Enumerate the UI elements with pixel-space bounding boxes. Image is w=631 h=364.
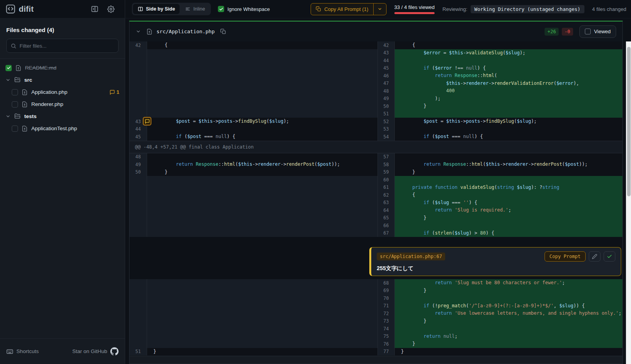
file-viewed-checkbox[interactable] xyxy=(12,126,18,132)
line-number-gutter xyxy=(129,87,147,95)
diff-row: 50 } xyxy=(129,102,622,110)
diff-row: 51}77} xyxy=(129,348,622,356)
file-filter xyxy=(6,39,119,53)
comment-bubble-icon xyxy=(145,119,150,124)
line-number-gutter: 73 xyxy=(378,317,395,325)
line-number-gutter: 69 xyxy=(378,287,395,295)
reviewing-status: Reviewing: Working Directory (unstaged c… xyxy=(442,5,584,13)
scrollbar-thumb[interactable] xyxy=(627,47,631,196)
code-line xyxy=(147,110,378,118)
diff-cell-right: 57 xyxy=(378,153,622,161)
tree-folder-src[interactable]: src xyxy=(0,74,125,86)
file-viewed-checkbox[interactable] xyxy=(12,101,18,108)
diff-cell-left xyxy=(129,279,378,287)
diff-row: 42 {42 { xyxy=(129,41,622,49)
line-number-gutter: 70 xyxy=(378,294,395,302)
vertical-scrollbar[interactable] xyxy=(626,41,631,364)
diff-cell-left xyxy=(129,294,378,302)
top-bar-main: Side by Side Inline Ignore Whitespace xyxy=(125,3,631,15)
side-by-side-toggle[interactable]: Side by Side xyxy=(133,4,180,14)
line-number-gutter xyxy=(129,184,147,192)
copy-all-prompt-dropdown[interactable] xyxy=(373,4,386,15)
line-number-gutter: 68 xyxy=(378,279,395,287)
code-line: } xyxy=(395,317,622,325)
line-number: 44 xyxy=(135,126,141,132)
line-number-gutter: 48 xyxy=(378,87,395,95)
line-number-gutter: 45 xyxy=(378,65,395,72)
viewed-toggle-button[interactable]: Viewed xyxy=(579,25,616,38)
edit-comment-button[interactable] xyxy=(589,251,600,262)
ignore-whitespace-checkbox[interactable]: Ignore Whitespace xyxy=(218,6,270,12)
checkbox-checked-icon xyxy=(218,6,224,12)
diff-cell-right: 45 if ($error !== null) { xyxy=(378,65,622,72)
resolve-comment-button[interactable] xyxy=(604,251,615,262)
diff-cell-right: 47 $this->renderer->renderValidationErro… xyxy=(378,80,622,88)
line-number: 43 xyxy=(383,50,389,56)
line-number-gutter xyxy=(129,287,147,295)
code-line: } xyxy=(395,287,622,295)
settings-button[interactable] xyxy=(106,4,116,14)
inline-toggle[interactable]: Inline xyxy=(180,4,210,14)
copy-all-prompt-button[interactable]: Copy All Prompt (1) xyxy=(311,4,373,15)
line-number-gutter: 52 xyxy=(378,118,395,126)
line-number-gutter xyxy=(129,279,147,287)
tree-file-application-php[interactable]: Application.php1 xyxy=(0,86,125,98)
code-line xyxy=(147,191,378,199)
line-number: 50 xyxy=(135,169,141,175)
collapse-sidebar-button[interactable] xyxy=(89,4,100,14)
diff-cell-left: 50 } xyxy=(129,169,378,176)
code-line: return null; xyxy=(395,333,622,341)
diff-cell-left: 48 xyxy=(129,153,378,161)
line-number: 74 xyxy=(383,326,389,332)
star-on-github-link[interactable]: Star on GitHub xyxy=(72,347,119,355)
diff-cell-left xyxy=(129,72,378,80)
top-bar-left: difit xyxy=(0,0,125,18)
file-viewed-checkbox[interactable] xyxy=(12,89,18,95)
line-comment-button[interactable] xyxy=(143,117,151,126)
tree-folder-tests[interactable]: tests xyxy=(0,110,125,122)
line-number-gutter: 43 xyxy=(378,49,395,57)
code-line: } xyxy=(147,169,378,176)
diff-cell-right: 67 if (strlen($slug) > 80) { xyxy=(378,230,622,237)
folder-name: src xyxy=(24,77,32,83)
diff-cell-right: 66 xyxy=(378,222,622,230)
diff-row: 74 xyxy=(129,325,622,333)
diff-cell-left xyxy=(129,317,378,325)
tree-file-applicationtest-php[interactable]: ApplicationTest.php xyxy=(0,122,125,134)
file-comment-count-badge: 1 xyxy=(110,89,119,95)
line-number: 44 xyxy=(383,58,389,63)
diff-cell-left xyxy=(129,325,378,333)
code-line xyxy=(147,230,378,237)
copy-prompt-button[interactable]: Copy Prompt xyxy=(545,251,586,262)
line-number-gutter: 54 xyxy=(378,133,395,141)
code-line: $error = $this->validateSlug($slug); xyxy=(395,49,622,57)
file-viewed-checkbox[interactable] xyxy=(5,65,12,71)
collapse-file-button[interactable] xyxy=(134,27,142,36)
line-number-gutter: 46 xyxy=(378,72,395,80)
keyboard-icon xyxy=(6,348,13,355)
diff-cell-right: 72 return 'Use lowercase letters, number… xyxy=(378,310,622,317)
diff-cell-left xyxy=(129,102,378,110)
shortcuts-button[interactable]: Shortcuts xyxy=(6,348,39,355)
diff-cell-left xyxy=(129,57,378,65)
file-tree: README.mdsrcApplication.php1Renderer.php… xyxy=(0,58,125,338)
code-line xyxy=(147,199,378,207)
filter-files-input[interactable] xyxy=(20,43,114,49)
top-bar-right: Copy All Prompt (1) 33 / 4 files viewed … xyxy=(311,3,631,15)
line-number-gutter xyxy=(129,95,147,103)
diff-row: 68 return 'Slug must be 80 characters or… xyxy=(129,279,622,287)
line-number: 63 xyxy=(383,200,389,205)
line-number: 65 xyxy=(383,215,389,221)
top-bar-icon-group xyxy=(89,4,116,14)
diff-row: 45 if ($post === null) {54 if ($post ===… xyxy=(129,133,622,141)
code-line xyxy=(395,153,622,161)
diff-row: 47 $this->renderer->renderValidationErro… xyxy=(129,80,622,88)
copy-path-button[interactable] xyxy=(219,27,228,36)
code-line xyxy=(147,102,378,110)
diff-row: 66 xyxy=(129,222,622,230)
tree-file-renderer-php[interactable]: Renderer.php xyxy=(0,98,125,110)
code-line: private function validateSlug(string $sl… xyxy=(395,184,622,192)
copy-icon xyxy=(316,6,321,12)
tree-file-readme-md[interactable]: README.md xyxy=(0,62,125,74)
comment-bubble-icon xyxy=(110,90,115,95)
